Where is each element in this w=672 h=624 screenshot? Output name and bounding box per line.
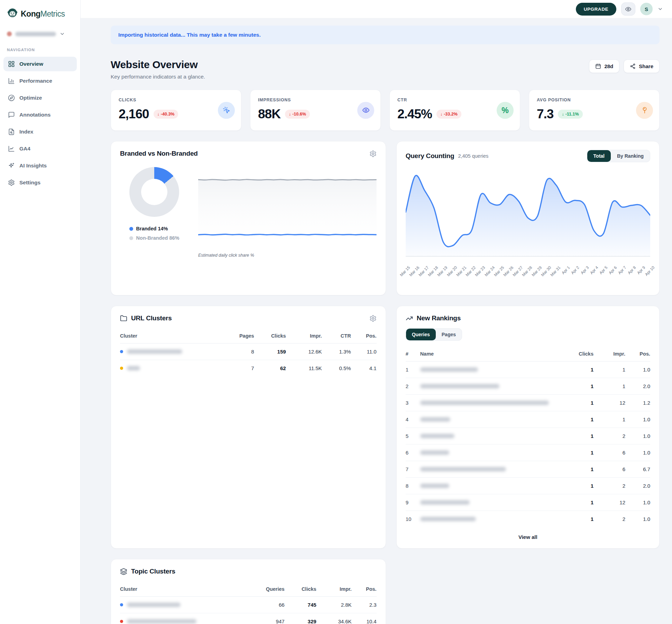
rankings-tab-queries[interactable]: Queries (406, 329, 436, 340)
position-cell: 10.4 (352, 618, 377, 624)
ranking-row[interactable]: 5121.0 (406, 428, 650, 444)
ctr-cell: 1.3% (322, 349, 351, 355)
position-cell: 1.0 (625, 367, 650, 373)
ranking-row[interactable]: 4111.0 (406, 411, 650, 428)
x-axis-tick-label: Mar 20 (446, 265, 458, 277)
sidebar-item-label: GA4 (19, 146, 30, 152)
avatar[interactable]: S (640, 3, 653, 15)
topic-cluster-row[interactable]: 94732934.6K10.4 (120, 613, 377, 624)
query-toggle-total[interactable]: Total (587, 150, 611, 162)
clicks-cell: 1 (562, 516, 593, 522)
branded-legend: Branded 14%Non-Branded 86% (129, 226, 179, 241)
redacted-query-name (420, 450, 449, 455)
redacted-query-name (420, 467, 506, 471)
impressions-cell: 12.6K (286, 349, 322, 355)
clicks-cell: 1 (562, 383, 593, 389)
brand-logo[interactable]: KongMetrics (7, 6, 75, 22)
branded-card-settings-button[interactable] (369, 150, 377, 157)
url-cluster-row[interactable]: 76211.5K0.5%4.1 (120, 360, 377, 376)
x-axis-tick-label: Mar 27 (512, 265, 523, 277)
queries-cell: 66 (246, 602, 285, 608)
ranking-row[interactable]: 8122.0 (406, 478, 650, 494)
clicks-cell: 1 (562, 416, 593, 422)
cluster-dot (120, 603, 123, 606)
sidebar-item-index[interactable]: Index (3, 125, 77, 139)
url-clusters-table: ClusterPagesClicksImpr.CTRPos.815912.6K1… (120, 330, 377, 376)
eye-icon (625, 6, 632, 12)
account-chevron-down-icon[interactable] (657, 6, 663, 12)
sidebar-item-settings[interactable]: Settings (3, 175, 77, 190)
cluster-name-cell (120, 366, 222, 370)
redacted-query-name (420, 384, 499, 388)
topic-cluster-row[interactable]: 667452.8K2.3 (120, 597, 377, 613)
kpi-value: 7.3 (537, 107, 553, 121)
ranking-row[interactable]: 91121.0 (406, 494, 650, 511)
branded-donut-chart (129, 167, 179, 217)
column-header: Name (420, 351, 562, 357)
message-square-icon (8, 111, 15, 118)
url-cluster-row[interactable]: 815912.6K1.3%11.0 (120, 343, 377, 360)
x-axis-tick-label: Mar 21 (455, 265, 467, 277)
visibility-button[interactable] (621, 2, 635, 16)
column-header: # (406, 351, 420, 357)
share-icon (630, 63, 636, 69)
ranking-row[interactable]: 1111.0 (406, 361, 650, 378)
position-cell: 1.2 (625, 400, 650, 406)
query-name-cell (420, 500, 562, 505)
x-axis-tick-label: Apr 6 (608, 265, 618, 275)
query-name-cell (420, 484, 562, 488)
impressions-cell: 2 (593, 516, 625, 522)
branded-share-chart (198, 166, 377, 248)
query-toggle-by-ranking[interactable]: By Ranking (611, 150, 650, 162)
position-cell: 1.0 (625, 499, 650, 505)
share-button[interactable]: Share (624, 59, 660, 73)
x-axis-tick-label: Mar 22 (465, 265, 476, 277)
kpi-value-row: 7.3↓-11.1% (537, 107, 652, 121)
column-header: Impr. (593, 351, 625, 357)
view-all-link[interactable]: View all (406, 534, 650, 540)
url-clusters-card: URL Clusters ClusterPagesClicksImpr.CTRP… (111, 306, 386, 549)
position-cell: 6.7 (625, 466, 650, 472)
gear-icon (369, 150, 377, 157)
ranking-row[interactable]: 7166.7 (406, 461, 650, 478)
sidebar-item-label: Annotations (19, 112, 50, 118)
sidebar-item-overview[interactable]: Overview (3, 57, 77, 71)
kpi-label: CLICKS (119, 98, 233, 102)
rank-cell: 6 (406, 450, 420, 456)
project-selector[interactable] (7, 31, 75, 37)
sidebar-item-performance[interactable]: Performance (3, 74, 77, 88)
arrow-down-icon: ↓ (562, 112, 564, 117)
impressions-cell: 34.6K (316, 618, 352, 624)
kpi-value-row: 2,160↓-40.3% (119, 107, 233, 121)
legend-label: Non-Branded 86% (136, 235, 179, 241)
nav-section-label: NAVIGATION (7, 48, 75, 52)
percent-glyph: % (501, 105, 508, 115)
impressions-cell: 11.5K (286, 365, 322, 371)
clicks-cell: 1 (562, 433, 593, 439)
kpi-value-row: 88K↓-10.6% (258, 107, 373, 121)
sidebar-item-ga4[interactable]: GA4 (3, 141, 77, 156)
new-rankings-card: New Rankings QueriesPages #NameClicksImp… (396, 306, 660, 549)
ranking-row[interactable]: 2112.0 (406, 378, 650, 395)
kpi-delta-value: -40.3% (161, 112, 175, 117)
date-range-button[interactable]: 28d (589, 59, 619, 73)
kpi-card-avg-position: AVG POSITION7.3↓-11.1% (529, 90, 660, 131)
ranking-row[interactable]: 6161.0 (406, 444, 650, 461)
redacted-query-name (420, 500, 470, 505)
url-clusters-settings-button[interactable] (369, 315, 377, 322)
project-name-redacted (15, 32, 56, 36)
sidebar-item-ai-insights[interactable]: AI Insights (3, 158, 77, 173)
map-pin-icon (636, 102, 653, 119)
chevron-down-icon (59, 31, 65, 37)
sidebar-item-annotations[interactable]: Annotations (3, 108, 77, 122)
ranking-row[interactable]: 31121.2 (406, 395, 650, 411)
sidebar-item-label: Overview (19, 61, 43, 67)
date-range-label: 28d (604, 63, 613, 69)
upgrade-button[interactable]: UPGRADE (576, 3, 616, 16)
ranking-row[interactable]: 10121.0 (406, 511, 650, 527)
column-header: Clicks (254, 333, 286, 339)
kpi-card-clicks: CLICKS2,160↓-40.3% (111, 90, 241, 131)
kpi-delta-badge: ↓-11.1% (558, 110, 582, 119)
rankings-tab-pages[interactable]: Pages (436, 329, 462, 340)
sidebar-item-optimize[interactable]: Optimize (3, 91, 77, 105)
